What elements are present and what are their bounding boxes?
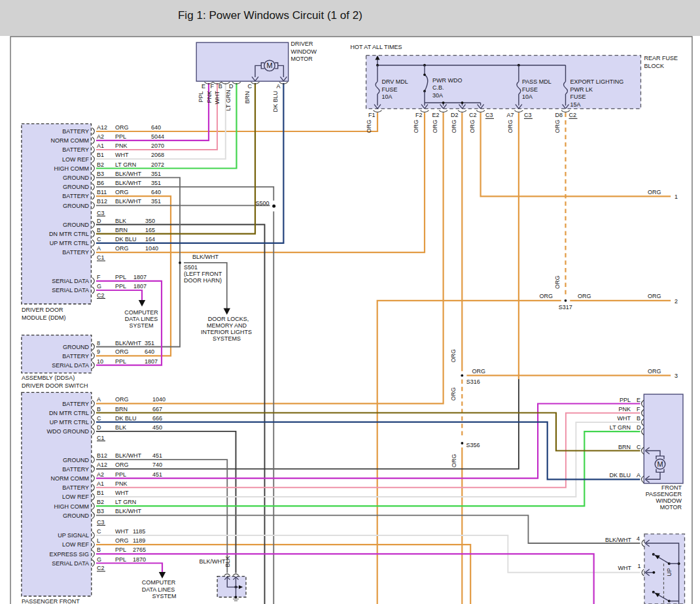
svg-text:HIGH COMM: HIGH COMM (54, 165, 90, 172)
svg-text:C1: C1 (97, 435, 105, 441)
svg-text:B1: B1 (97, 490, 104, 496)
svg-text:2070: 2070 (151, 143, 164, 149)
svg-text:BATTERY: BATTERY (62, 146, 89, 153)
svg-text:PASSENGER FRONT: PASSENGER FRONT (22, 598, 80, 604)
svg-text:ORG: ORG (366, 120, 372, 133)
svg-text:BRN: BRN (244, 91, 251, 103)
svg-text:DOOR LOCKS,: DOOR LOCKS, (208, 316, 249, 322)
svg-text:D: D (97, 424, 101, 431)
svg-text:351: 351 (151, 198, 161, 205)
svg-text:DRIVER DOOR: DRIVER DOOR (22, 307, 63, 313)
svg-text:B3: B3 (97, 171, 104, 177)
svg-text:G: G (97, 556, 101, 563)
svg-text:C: C (97, 415, 101, 422)
svg-text:ORG: ORG (115, 537, 129, 544)
svg-text:LOW REF: LOW REF (62, 541, 90, 548)
svg-text:640: 640 (151, 189, 161, 195)
svg-text:PNK: PNK (115, 480, 128, 487)
svg-text:C: C (97, 528, 101, 535)
svg-text:ORG: ORG (469, 120, 476, 133)
svg-text:667: 667 (152, 406, 162, 412)
svg-text:SERIAL DATA: SERIAL DATA (52, 287, 89, 294)
svg-text:164: 164 (145, 236, 155, 243)
svg-text:ORG: ORG (115, 461, 129, 468)
svg-text:B: B (97, 227, 101, 233)
svg-text:A: A (276, 83, 280, 90)
svg-text:C3: C3 (97, 210, 105, 216)
svg-text:HIGH COMM: HIGH COMM (54, 503, 90, 510)
svg-text:DK BLU: DK BLU (272, 91, 279, 112)
svg-text:S500: S500 (255, 200, 269, 207)
svg-text:BRN: BRN (618, 444, 631, 450)
svg-text:BATTERY: BATTERY (62, 401, 89, 407)
svg-text:PWR LK: PWR LK (570, 86, 593, 93)
svg-text:1807: 1807 (133, 274, 147, 280)
svg-text:9: 9 (97, 348, 100, 355)
svg-text:ORG: ORG (115, 189, 129, 195)
svg-text:SYSTEMS: SYSTEMS (213, 335, 241, 342)
svg-text:B12: B12 (97, 452, 107, 459)
svg-text:F: F (637, 406, 640, 412)
svg-text:SERIAL DATA: SERIAL DATA (52, 278, 89, 284)
svg-text:BLK: BLK (115, 218, 126, 224)
svg-text:C: C (637, 444, 641, 450)
svg-text:1040: 1040 (145, 245, 158, 252)
svg-text:ORG: ORG (578, 293, 591, 299)
svg-text:A12: A12 (97, 124, 107, 131)
svg-text:451: 451 (152, 471, 162, 478)
svg-text:D2: D2 (451, 112, 459, 118)
svg-text:A2: A2 (97, 133, 104, 140)
svg-text:3: 3 (674, 373, 678, 379)
svg-text:A: A (637, 472, 640, 478)
svg-text:BLK/WHT: BLK/WHT (605, 537, 632, 543)
svg-text:DATA LINES: DATA LINES (142, 586, 175, 593)
svg-text:G: G (97, 283, 101, 290)
svg-text:B2: B2 (97, 499, 104, 505)
svg-text:C2: C2 (97, 292, 105, 299)
svg-text:A1: A1 (97, 480, 104, 487)
svg-text:2072: 2072 (151, 161, 164, 168)
svg-text:WHT: WHT (214, 91, 220, 105)
svg-text:C3: C3 (524, 112, 532, 118)
svg-text:BLK/WHT: BLK/WHT (115, 508, 142, 514)
svg-text:1870: 1870 (133, 556, 146, 563)
svg-text:GROUND: GROUND (63, 512, 89, 519)
svg-text:ORG: ORG (648, 293, 661, 299)
svg-text:WHT: WHT (115, 152, 129, 158)
svg-text:MOTOR: MOTOR (291, 56, 313, 62)
svg-text:GROUND: GROUND (63, 222, 89, 228)
svg-text:BLK/WHT: BLK/WHT (115, 340, 142, 346)
svg-text:BLK/WHT: BLK/WHT (115, 452, 142, 459)
svg-text:1807: 1807 (133, 283, 147, 290)
svg-text:DN MTR CTRL: DN MTR CTRL (49, 410, 89, 416)
svg-text:SYSTEM: SYSTEM (129, 322, 153, 329)
svg-text:PPL: PPL (620, 397, 631, 403)
svg-text:BLOCK: BLOCK (644, 63, 665, 69)
svg-text:HOT AT ALL TIMES: HOT AT ALL TIMES (351, 44, 402, 50)
svg-text:ORG: ORG (115, 245, 129, 252)
svg-text:ORG: ORG (539, 293, 553, 299)
svg-text:B2: B2 (97, 161, 104, 168)
svg-text:1040: 1040 (152, 396, 166, 403)
svg-text:ORG: ORG (554, 275, 561, 289)
svg-text:C: C (248, 83, 253, 90)
svg-text:1807: 1807 (145, 358, 158, 365)
svg-text:B6: B6 (97, 180, 104, 186)
svg-text:SYSTEM: SYSTEM (152, 593, 176, 599)
svg-text:ORG: ORG (451, 454, 457, 467)
svg-text:DOOR HARN): DOOR HARN) (184, 277, 222, 284)
svg-text:ORG: ORG (450, 349, 457, 363)
svg-text:B: B (97, 546, 101, 553)
svg-text:COMPUTER: COMPUTER (124, 309, 158, 316)
svg-text:BLK: BLK (115, 424, 126, 431)
svg-text:F: F (97, 274, 101, 280)
svg-text:740: 740 (152, 461, 162, 468)
svg-text:PPL: PPL (115, 471, 126, 478)
svg-text:ORG: ORG (648, 368, 661, 375)
svg-text:C: C (97, 236, 101, 243)
svg-text:BATTERY: BATTERY (62, 128, 89, 135)
svg-text:F: F (211, 83, 215, 90)
svg-text:5044: 5044 (151, 133, 164, 140)
svg-text:PWR WDO: PWR WDO (432, 77, 463, 84)
svg-text:UP: UP (666, 568, 673, 577)
